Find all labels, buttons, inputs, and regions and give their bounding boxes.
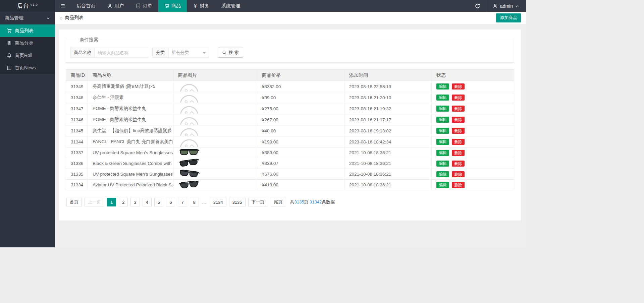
broken-image-placeholder-icon [178, 137, 257, 147]
sunglasses-image [178, 148, 257, 157]
product-price-cell: ¥40.00 [257, 125, 344, 136]
sidebar-item-1[interactable]: 商品列表 [0, 24, 55, 37]
delete-button[interactable]: 删除 [452, 95, 465, 101]
category-group: 分类 所有分类 [152, 48, 209, 58]
chevron-up-icon [515, 4, 519, 8]
sidebar-item-2[interactable]: 商品分类 [0, 37, 55, 49]
page-button-3134[interactable]: 3134 [210, 198, 226, 206]
product-image-cell [173, 81, 257, 92]
product-price-cell: ¥389.00 [257, 147, 344, 158]
broken-image-placeholder-icon [178, 104, 257, 114]
search-fieldset: 条件搜索 商品名称 分类 所有分类 [66, 37, 514, 63]
product-id-cell: 31337 [66, 147, 88, 158]
table-header-row: 商品ID商品名称商品图片商品价格添加时间状态 [66, 70, 514, 81]
page-button-3135[interactable]: 3135 [229, 198, 246, 206]
nav-item-2[interactable]: 用户 [101, 0, 130, 12]
nav-item-label: 后台首页 [76, 3, 95, 9]
page-button-3[interactable]: 3 [130, 198, 140, 206]
layers-icon [7, 41, 12, 46]
added-time-cell: 2021-10-08 18:36:21 [344, 147, 432, 158]
next-page-button[interactable]: 下一页 [248, 198, 268, 206]
edit-button[interactable]: 编辑 [436, 83, 449, 89]
chevron-down-icon [46, 16, 50, 20]
edit-button[interactable]: 编辑 [436, 106, 449, 112]
last-page-button[interactable]: 尾页 [271, 198, 286, 206]
page-button-6[interactable]: 6 [166, 198, 175, 206]
added-time-cell: 2023-08-16 21:19:32 [344, 103, 432, 114]
product-name-label: 商品名称 [70, 48, 95, 58]
column-header: 商品价格 [257, 70, 344, 81]
product-price-cell: ¥339.07 [257, 158, 344, 169]
product-price-cell: ¥419.00 [257, 180, 344, 190]
product-name-cell: UV protected Square Men's Sunglasses (P3… [88, 169, 173, 180]
status-cell: 编辑删除 [432, 114, 514, 125]
search-button[interactable]: 搜 索 [218, 48, 243, 58]
edit-button[interactable]: 编辑 [436, 150, 449, 156]
delete-button[interactable]: 删除 [452, 171, 465, 177]
product-name-cell: Aviator UV Protected Polarized Black Sun… [88, 180, 173, 190]
sidebar-item-3[interactable]: 首页Roll [0, 49, 55, 62]
edit-button[interactable]: 编辑 [436, 161, 449, 167]
page-button-8[interactable]: 8 [190, 198, 199, 206]
added-time-cell: 2023-08-16 21:17:17 [344, 114, 432, 125]
sunglasses-image [178, 170, 257, 178]
page-button-7[interactable]: 7 [178, 198, 187, 206]
search-form: 商品名称 分类 所有分类 [70, 48, 514, 58]
table-row: 31344FANCL - FANCL 美白丸 亮白營養素美白丸 180粒 (..… [66, 136, 514, 147]
bell-icon [7, 53, 12, 58]
nav-item-5[interactable]: ¥财务 [187, 0, 215, 12]
nav-item-1[interactable]: 后台首页 [70, 0, 101, 12]
status-cell: 编辑删除 [432, 180, 514, 190]
pagination: 首页上一页12345678...31343135下一页尾页共3135页 3134… [66, 198, 514, 206]
refresh-icon[interactable] [470, 0, 486, 12]
menu-toggle-icon[interactable] [55, 0, 70, 12]
app-logo-text: 后台 [17, 2, 29, 10]
product-id-cell: 31345 [66, 125, 88, 136]
page-button-5[interactable]: 5 [154, 198, 163, 206]
delete-button[interactable]: 删除 [452, 106, 465, 112]
sidebar-items: 商品列表商品分类首页Roll首页News [0, 24, 55, 74]
delete-button[interactable]: 删除 [452, 161, 465, 167]
delete-button[interactable]: 删除 [452, 83, 465, 89]
delete-button[interactable]: 删除 [452, 139, 465, 145]
product-table: 商品ID商品名称商品图片商品价格添加时间状态 31349身高體重測量儀 (附BM… [66, 69, 514, 190]
category-select[interactable]: 所有分类 [168, 48, 209, 58]
delete-button[interactable]: 删除 [452, 150, 465, 156]
nav-item-3[interactable]: 订单 [130, 0, 158, 12]
page-button-4[interactable]: 4 [143, 198, 152, 206]
sidebar: 商品管理 商品列表商品分类首页Roll首页News [0, 12, 55, 247]
product-name-group: 商品名称 [70, 48, 148, 58]
category-label: 分类 [152, 48, 168, 58]
search-legend: 条件搜索 [76, 37, 102, 43]
summary-text: 页 [304, 199, 310, 204]
edit-button[interactable]: 编辑 [436, 117, 449, 123]
edit-button[interactable]: 编辑 [436, 128, 449, 134]
delete-button[interactable]: 删除 [452, 182, 465, 188]
delete-button[interactable]: 删除 [452, 117, 465, 123]
page-button-2[interactable]: 2 [119, 198, 128, 206]
content: 条件搜索 商品名称 分类 所有分类 [55, 24, 526, 221]
table-row: 31337UV protected Square Men's Sunglasse… [66, 147, 514, 158]
product-name-input[interactable] [95, 48, 148, 58]
table-row: 31346POME - 麴酵素納米益生丸¥267.002023-08-16 21… [66, 114, 514, 125]
user-icon [107, 3, 112, 8]
edit-button[interactable]: 编辑 [436, 171, 449, 177]
breadcrumb-bar: » 商品列表 添加商品 [55, 12, 526, 24]
status-cell: 编辑删除 [432, 147, 514, 158]
added-time-cell: 2023-08-18 22:58:13 [344, 81, 432, 92]
nav-item-6[interactable]: 系统管理 [215, 0, 246, 12]
delete-button[interactable]: 删除 [452, 128, 465, 134]
edit-button[interactable]: 编辑 [436, 139, 449, 145]
sidebar-item-4[interactable]: 首页News [0, 62, 55, 74]
cart-icon [164, 3, 169, 8]
product-image-cell [173, 147, 257, 158]
nav-item-4[interactable]: 商品 [158, 0, 187, 12]
add-product-button[interactable]: 添加商品 [496, 13, 521, 22]
sidebar-item-label: 商品分类 [15, 40, 34, 46]
user-menu[interactable]: admin [486, 0, 526, 12]
edit-button[interactable]: 编辑 [436, 182, 449, 188]
edit-button[interactable]: 编辑 [436, 95, 449, 101]
first-page-button[interactable]: 首页 [66, 198, 82, 206]
sidebar-group-label: 商品管理 [5, 15, 46, 21]
sidebar-group-goods[interactable]: 商品管理 [0, 12, 55, 24]
